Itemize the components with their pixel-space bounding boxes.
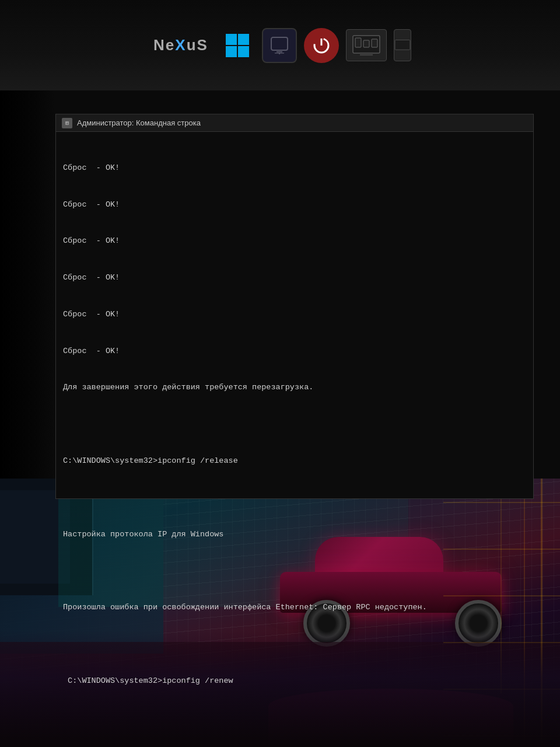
nexus-text: NeXuS (153, 36, 208, 54)
cmd-small-icon: ⊞ (62, 118, 72, 128)
cmd-content[interactable]: Сброс - OK! Сброс - OK! Сброс - OK! Сбро… (56, 132, 533, 747)
cmd-titlebar[interactable]: ⊞ Администратор: Командная строка (56, 114, 533, 132)
cmd-line-6: Сброс - OK! (63, 345, 526, 358)
cmd-line-3: Сброс - OK! (63, 235, 526, 247)
nexus-x: X (175, 36, 186, 54)
cmd-line-10: Произошла ошибка при освобождении интерф… (63, 602, 526, 614)
cmd-line-blank3 (63, 565, 526, 577)
svg-rect-3 (238, 46, 249, 57)
svg-rect-1 (238, 34, 249, 45)
monitor-icon-svg (269, 35, 290, 56)
nexus-brand: NeXuS (149, 28, 213, 63)
cmd-line-7: Для завершения этого действия требуется … (63, 382, 526, 394)
windows-logo-svg (225, 33, 250, 58)
svg-rect-14 (360, 54, 373, 55)
power-icon[interactable] (304, 28, 339, 63)
cmd-line-5: Сброс - OK! (63, 309, 526, 321)
cmd-title: Администратор: Командная строка (77, 118, 201, 127)
svg-rect-0 (226, 34, 237, 45)
svg-rect-11 (355, 38, 361, 47)
cmd-line-9: Настройка протокола IP для Windows (63, 529, 526, 541)
sleep-icon[interactable] (262, 28, 297, 63)
svg-rect-2 (226, 46, 237, 57)
svg-point-7 (279, 53, 280, 54)
cmd-line-blank1 (63, 418, 526, 431)
side-right (534, 90, 560, 479)
extra-icon-svg (394, 34, 411, 57)
windows-icon[interactable] (220, 28, 255, 63)
taskbar: NeXuS (0, 0, 560, 90)
cmd-line-2: Сброс - OK! (63, 199, 526, 211)
cmd-line-8: C:\WINDOWS\system32>ipconfig /release (63, 455, 526, 467)
cmd-line-11: C:\WINDOWS\system32>ipconfig /renew (63, 675, 526, 687)
side-left (0, 90, 55, 479)
svg-rect-5 (276, 50, 282, 53)
cmd-line-blank4 (63, 638, 526, 651)
svg-rect-15 (395, 40, 410, 50)
svg-rect-12 (363, 40, 369, 47)
cmd-line-blank2 (63, 492, 526, 504)
cmd-window: ⊞ Администратор: Командная строка Сброс … (55, 114, 534, 499)
svg-rect-13 (372, 39, 377, 47)
svg-rect-4 (271, 37, 288, 50)
cmd-line-blank5 (63, 711, 526, 724)
hw-icon-svg (352, 34, 381, 57)
cmd-line-4: Сброс - OK! (63, 272, 526, 284)
hw-monitor-icon[interactable] (346, 29, 387, 61)
cmd-line-1: Сброс - OK! (63, 162, 526, 174)
power-icon-svg (311, 35, 332, 56)
extra-icon[interactable] (394, 29, 411, 61)
